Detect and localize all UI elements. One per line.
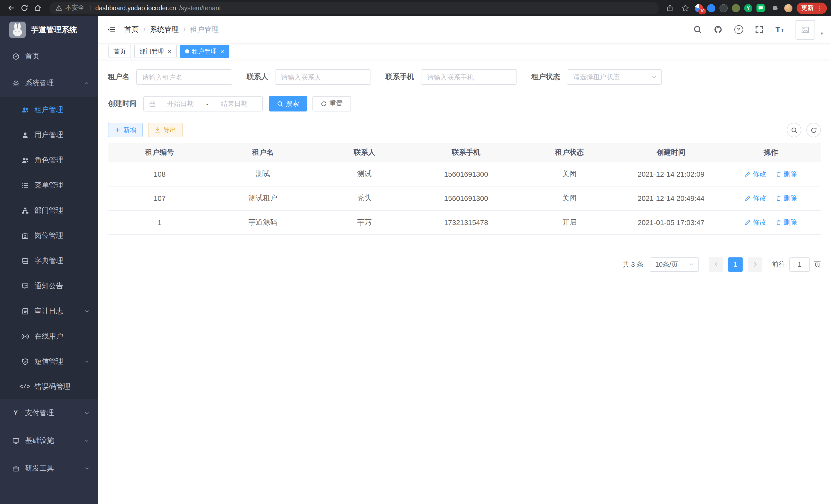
sidebar-item-sms-management[interactable]: 短信管理	[0, 349, 98, 374]
export-button-label: 导出	[164, 126, 176, 135]
question-icon: ?	[734, 25, 743, 34]
tab-tenant-management[interactable]: 租户管理 ×	[180, 45, 229, 58]
tab-close-icon[interactable]: ×	[220, 48, 224, 55]
yen-icon: ¥	[11, 410, 20, 417]
sidebar-item-dict-management[interactable]: 字典管理	[0, 248, 98, 273]
extension-icon-chat[interactable]	[756, 4, 765, 12]
menu-label: 部门管理	[34, 206, 63, 215]
sidebar-item-payment-management[interactable]: ¥ 支付管理	[0, 399, 98, 427]
date-range-picker[interactable]: 开始日期 - 结束日期	[143, 96, 263, 112]
tenant-name-label: 租户名	[108, 72, 130, 82]
column-header: 租户状态	[518, 143, 621, 162]
header-search-button[interactable]	[689, 21, 706, 38]
extension-icon-olive[interactable]	[732, 4, 740, 12]
status-select[interactable]: 请选择租户状态	[567, 69, 662, 85]
search-button[interactable]: 搜索	[269, 96, 307, 112]
breadcrumb-item-home[interactable]: 首页	[124, 25, 139, 34]
export-button[interactable]: 导出	[148, 123, 183, 137]
sidebar-item-department-management[interactable]: 部门管理	[0, 198, 98, 223]
sidebar-item-tenant-management[interactable]: 租户管理	[0, 97, 98, 122]
sidebar-item-error-code[interactable]: </> 错误码管理	[0, 374, 98, 399]
sidebar-item-infrastructure[interactable]: 基础设施	[0, 427, 98, 455]
extension-icon-dark-globe[interactable]	[719, 4, 728, 12]
menu-label: 用户管理	[34, 130, 63, 140]
sidebar-collapse-button[interactable]	[98, 16, 124, 43]
chevron-down-icon	[84, 359, 89, 364]
fullscreen-icon	[755, 25, 764, 34]
tab-home[interactable]: 首页	[109, 45, 131, 58]
tenant-name-group: 租户名	[108, 69, 232, 85]
refresh-table-button[interactable]	[806, 123, 821, 137]
menu-label: 通知公告	[34, 281, 63, 291]
delete-link[interactable]: 删除	[775, 194, 797, 203]
extension-icon-adblock[interactable]: 10	[695, 4, 703, 12]
address-bar[interactable]: 不安全 dashboard.yudao.iocoder.cn/system/te…	[49, 2, 659, 14]
phone-input[interactable]	[421, 69, 517, 85]
date-separator: -	[205, 100, 210, 108]
chevron-down-icon	[84, 411, 89, 416]
phone-label: 联系手机	[385, 72, 414, 82]
delete-link[interactable]: 删除	[775, 169, 797, 179]
sidebar-item-role-management[interactable]: 角色管理	[0, 147, 98, 173]
logo-rabbit-image	[9, 22, 26, 38]
delete-link[interactable]: 删除	[775, 217, 797, 227]
sidebar-item-notice[interactable]: 通知公告	[0, 273, 98, 298]
tab-label: 租户管理	[192, 47, 217, 56]
sidebar-item-post-management[interactable]: 岗位管理	[0, 223, 98, 248]
tab-label: 部门管理	[139, 47, 164, 56]
app-logo[interactable]: 芋道管理系统	[0, 16, 98, 44]
browser-profile-avatar[interactable]	[784, 4, 793, 12]
prev-page-button[interactable]	[709, 257, 723, 271]
add-button[interactable]: 新增	[108, 123, 143, 137]
cell-actions: 修改 删除	[721, 210, 821, 234]
help-button[interactable]: ?	[730, 21, 747, 38]
shield-icon	[21, 358, 29, 365]
tags-view: 首页 部门管理 × 租户管理 ×	[98, 43, 831, 60]
puzzle-icon	[771, 4, 778, 12]
sidebar-item-online-users[interactable]: 在线用户	[0, 324, 98, 349]
extension-icon-green-y[interactable]: Y	[744, 4, 752, 12]
cell-status: 关闭	[518, 162, 621, 186]
plus-icon	[115, 127, 121, 133]
sidebar-item-audit-log[interactable]: 审计日志	[0, 298, 98, 324]
cell-contact: 秃头	[315, 186, 414, 210]
tab-close-icon[interactable]: ×	[168, 48, 171, 55]
sidebar-item-system-management[interactable]: 系统管理	[0, 69, 98, 97]
security-warning-icon	[56, 5, 62, 11]
contact-input[interactable]	[275, 69, 371, 85]
browser-home-button[interactable]	[31, 1, 44, 14]
toggle-search-button[interactable]	[787, 123, 801, 137]
contact-label: 联系人	[247, 72, 268, 82]
next-page-button[interactable]	[748, 257, 762, 271]
edit-link[interactable]: 修改	[745, 217, 766, 227]
sidebar-item-dev-tools[interactable]: 研发工具	[0, 455, 98, 482]
share-button[interactable]	[664, 2, 675, 13]
browser-back-button[interactable]	[4, 1, 18, 14]
extensions-menu-button[interactable]	[769, 2, 780, 13]
reset-button[interactable]: 重置	[312, 96, 351, 112]
browser-reload-button[interactable]	[18, 1, 31, 14]
tenant-name-input[interactable]	[136, 69, 232, 85]
bookmark-star-button[interactable]	[679, 2, 691, 13]
page-size-select[interactable]: 10条/页	[650, 257, 699, 271]
page-number-1[interactable]: 1	[728, 257, 743, 271]
app-title: 芋道管理系统	[31, 25, 77, 35]
top-navbar: 首页 / 系统管理 / 租户管理 ?	[98, 16, 831, 43]
edit-link[interactable]: 修改	[745, 169, 766, 179]
breadcrumb-item-system[interactable]: 系统管理	[150, 25, 179, 34]
user-avatar[interactable]	[796, 20, 815, 39]
sidebar-item-user-management[interactable]: 用户管理	[0, 122, 98, 147]
toolbox-icon	[11, 465, 20, 472]
browser-update-button[interactable]: 更新 ⋮	[797, 2, 827, 13]
edit-link[interactable]: 修改	[745, 194, 766, 203]
extension-icon-blue-drop[interactable]	[707, 4, 715, 12]
sidebar-item-menu-management[interactable]: 菜单管理	[0, 173, 98, 198]
goto-page-input[interactable]	[790, 257, 810, 271]
fullscreen-button[interactable]	[750, 21, 768, 38]
chat-bubble-icon	[758, 5, 763, 10]
tab-department-management[interactable]: 部门管理 ×	[134, 45, 176, 58]
sidebar-item-home[interactable]: 首页	[0, 44, 98, 69]
breadcrumb-item-current: 租户管理	[190, 25, 219, 34]
github-button[interactable]	[709, 21, 727, 38]
font-size-button[interactable]: TT	[771, 21, 789, 38]
